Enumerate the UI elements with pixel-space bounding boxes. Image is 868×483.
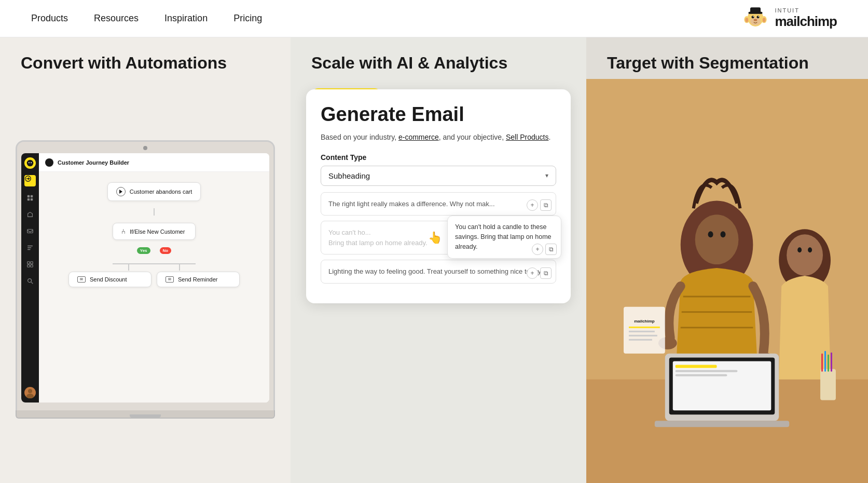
svg-point-28 [26,394,34,398]
laptop-base [16,410,275,419]
sidebar-icon-2[interactable] [25,193,35,203]
content-type-dropdown[interactable]: Subheading ▾ [321,166,556,186]
nav-inspiration[interactable]: Inspiration [164,13,208,24]
tooltip-add-btn[interactable]: + [532,244,543,255]
subtitle-pre: Based on your industry, [321,133,396,141]
trigger-node[interactable]: Customer abandons cart [107,182,201,201]
svg-point-41 [808,247,812,252]
text-block-2-content: You can't ho... [328,229,371,236]
svg-point-6 [752,16,754,18]
laptop-outer: Customer Journey Builder Customer abando… [16,140,275,410]
action2-label: Send Reminder [178,276,217,283]
user-avatar[interactable] [24,387,36,398]
branch-line-right [179,263,180,271]
copy-button-3[interactable]: ⧉ [540,267,552,279]
condition-node[interactable]: ⑃ If/Else New Customer [113,223,196,240]
text-block-3: Lighting the way to feeling good. Treat … [321,260,556,284]
chevron-down-icon: ▾ [545,172,548,179]
trigger-label: Customer abandons cart [130,189,192,195]
svg-point-8 [753,16,754,17]
svg-rect-51 [824,351,826,372]
nav-pricing[interactable]: Pricing [233,13,262,24]
action-node-1[interactable]: ✉ Send Discount [68,272,151,287]
svg-point-13 [27,160,34,167]
journey-canvas: Customer abandons cart ⑃ If/Else New Cus… [39,172,269,403]
svg-point-5 [750,17,761,25]
text-block-1-actions: + ⧉ [527,199,552,211]
industry-link[interactable]: e-commerce [398,133,439,141]
generate-email-card: Generate Email Based on your industry, e… [306,89,571,303]
laptop-mockup: Customer Journey Builder Customer abando… [16,140,275,483]
svg-rect-20 [31,198,33,200]
email-icon-2: ✉ [166,276,174,283]
text-block-2-content-2: Bring that lamp on home already. [328,239,428,247]
text-block-1: The right light really makes a differenc… [321,192,556,216]
sidebar-icon-4[interactable] [25,226,35,236]
text-block-3-actions: + ⧉ [527,267,552,279]
svg-rect-44 [673,361,771,411]
svg-point-10 [754,19,757,21]
svg-rect-45 [676,365,717,368]
svg-point-26 [28,279,32,283]
svg-point-14 [29,162,30,163]
svg-rect-52 [828,355,829,372]
section3-title: Target with Segmentation [607,53,847,73]
svg-rect-59 [629,339,652,341]
sections-container: Convert with Automations [0,37,868,483]
action1-label: Send Discount [90,276,127,283]
dropdown-value: Subheading [328,171,370,180]
svg-rect-21 [27,230,33,233]
svg-point-39 [787,234,823,276]
copy-button-1[interactable]: ⧉ [540,199,552,211]
svg-rect-56 [629,327,660,328]
svg-point-33 [695,214,739,264]
header: Products Resources Inspiration Pricing [0,0,868,37]
svg-rect-19 [27,198,30,200]
sidebar-logo-icon [24,157,36,169]
nav-resources[interactable]: Resources [94,13,139,24]
topbar-chimp [45,158,53,167]
add-button-1[interactable]: + [527,199,538,211]
svg-point-34 [708,231,713,237]
svg-rect-57 [629,331,655,332]
sidebar-journey-icon[interactable] [24,175,36,186]
trigger-icon [116,187,126,196]
svg-rect-25 [31,265,33,267]
section-segmentation: Target with Segmentation [586,37,868,483]
svg-point-27 [28,389,32,393]
connector-1 [154,208,155,216]
tooltip-copy-btn[interactable]: ⧉ [545,244,557,255]
subtitle-end: . [548,133,550,141]
sidebar-icon-5[interactable] [25,243,35,253]
svg-point-15 [31,162,32,163]
no-badge: No [160,247,172,254]
svg-point-4 [763,18,766,22]
svg-rect-22 [27,262,30,264]
branch-line-left [128,263,129,271]
objective-link[interactable]: Sell Products [506,133,548,141]
logo-text: INTUIT mailchimp [775,7,837,30]
ai-suggestion-tooltip: You can't hold a candle to these savings… [447,216,561,258]
intuit-label: INTUIT [775,7,799,14]
svg-point-9 [758,16,759,17]
svg-rect-53 [831,353,832,372]
sidebar-icon-6[interactable] [25,259,35,270]
sidebar-search-icon[interactable] [25,276,35,286]
sidebar-icon-3[interactable] [25,209,35,220]
svg-rect-23 [31,262,33,264]
nav-products[interactable]: Products [31,13,68,24]
branch-nodes: ✉ Send Discount ✉ Send Reminder [68,272,240,287]
branch-badges: Yes No [137,247,171,254]
action-node-2[interactable]: ✉ Send Reminder [157,272,240,287]
generate-title: Generate Email [321,104,556,126]
text-block-3-content: Lighting the way to feeling good. Treat … [328,267,542,275]
svg-text:mailchimp: mailchimp [634,319,655,324]
svg-rect-54 [624,307,665,354]
add-button-3[interactable]: + [527,267,538,279]
laptop-sidebar [21,153,39,403]
chimp-icon [742,6,768,32]
svg-rect-17 [27,195,30,197]
laptop-main-content: Customer Journey Builder Customer abando… [39,153,269,403]
svg-rect-24 [27,265,30,267]
fork-icon: ⑃ [121,227,126,235]
